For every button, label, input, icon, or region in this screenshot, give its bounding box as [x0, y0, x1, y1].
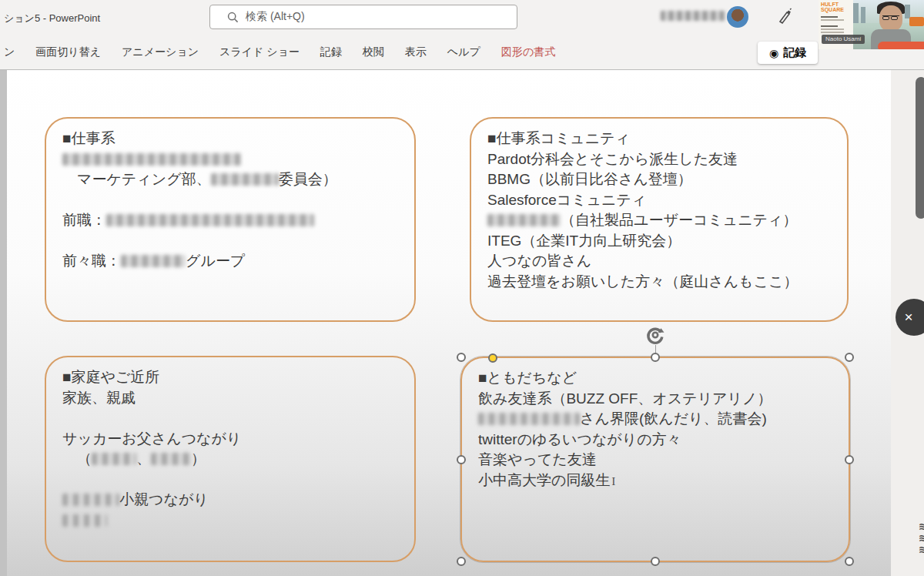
- resize-handle-top-center[interactable]: [651, 353, 660, 362]
- adjust-handle[interactable]: [488, 353, 497, 363]
- shape-text: ■仕事系コミュニティPardot分科会とそこから派生した友達BBMG（以前日比谷…: [471, 119, 847, 292]
- slide-text: グループ: [186, 253, 245, 269]
- ribbon-tab[interactable]: スライド ショー: [219, 45, 300, 59]
- ribbon-tab[interactable]: ヘルプ: [447, 45, 480, 59]
- shape-text: ■ともだちなど飲み友達系（BUZZ OFF、オステリアリノ）さん界隈(飲んだり、…: [462, 358, 849, 491]
- webcam-overlay[interactable]: HULFT SQUARE Naoto Usami: [819, 0, 924, 49]
- resize-handle-mid-right[interactable]: [845, 455, 854, 464]
- redacted-blur: [487, 214, 561, 226]
- ribbon-tab[interactable]: 校閲: [363, 45, 384, 59]
- slide-text: 過去登壇をお願いした方々（庭山さんもここ）: [487, 273, 798, 290]
- redacted-blur: [211, 173, 279, 186]
- resize-handle-top-left[interactable]: [457, 353, 466, 362]
- resize-handle-bottom-left[interactable]: [457, 557, 466, 566]
- shape-family-neighborhood[interactable]: ■家庭やご近所家族、親戚サッカーお父さんつながり （、）小親つながり: [45, 356, 416, 562]
- redacted-blur: [121, 255, 186, 267]
- redacted-blur: [62, 514, 107, 527]
- resize-handle-mid-left[interactable]: [457, 455, 466, 464]
- slide-text: 前々職：: [62, 253, 121, 269]
- search-placeholder: 検索 (Alt+Q): [246, 10, 305, 24]
- webcam-name-label: Naoto Usami: [822, 35, 865, 44]
- slide-text: ■仕事系: [62, 130, 115, 146]
- slide-text: BBMG（以前日比谷さん登壇）: [487, 171, 692, 187]
- search-icon: [227, 12, 239, 23]
- user-name-redacted: [661, 11, 725, 21]
- resize-handle-bottom-center[interactable]: [651, 557, 660, 566]
- redacted-blur: [478, 413, 580, 425]
- record-button[interactable]: ◉ 記録: [758, 42, 818, 64]
- shape-work-community[interactable]: ■仕事系コミュニティPardot分科会とそこから派生した友達BBMG（以前日比谷…: [470, 117, 849, 322]
- slide-text: 小中高大学の同級生: [478, 472, 610, 488]
- bus-shape: [909, 17, 924, 26]
- record-icon: ◉: [769, 47, 778, 59]
- text-cursor: I: [611, 476, 615, 487]
- slide-text: Pardot分科会とそこから派生した友達: [487, 151, 738, 167]
- slide-text: サッカーお父さんつながり: [62, 430, 241, 447]
- left-edge-strip: [0, 70, 7, 576]
- shape-text: ■家庭やご近所家族、親戚サッカーお父さんつながり （、）小親つながり: [46, 357, 414, 531]
- user-avatar[interactable]: [727, 6, 748, 28]
- slide-text: 飲み友達系（BUZZ OFF、オステリアリノ）: [478, 390, 772, 407]
- slide-text: マーケティング部、: [62, 171, 211, 187]
- ribbon-tab[interactable]: 図形の書式: [501, 45, 555, 59]
- ribbon-tab[interactable]: 画面切り替え: [35, 45, 101, 59]
- redacted-blur: [62, 494, 119, 506]
- rotate-handle-icon[interactable]: [644, 324, 666, 346]
- shape-text: ■仕事系 マーケティング部、委員会）前職：前々職：グループ: [46, 119, 414, 272]
- search-box[interactable]: 検索 (Alt+Q): [209, 5, 517, 29]
- redacted-blur: [62, 153, 241, 166]
- slide-text: ）: [191, 450, 206, 467]
- app-title: ション5 - PowerPoint: [4, 12, 100, 25]
- powerpoint-window: ション5 - PowerPoint 検索 (Alt+Q) ン画面切り替えアニメー…: [0, 0, 924, 576]
- ribbon-tab-row: ン画面切り替えアニメーションスライド ショー記録校閲表示ヘルプ図形の書式 ◉ 記…: [0, 35, 924, 70]
- slide-text: twitterのゆるいつながりの方々: [478, 431, 681, 447]
- building-shape: [852, 3, 859, 23]
- redacted-blur: [151, 453, 191, 465]
- shape-work[interactable]: ■仕事系 マーケティング部、委員会）前職：前々職：グループ: [45, 117, 416, 322]
- slide-text: ■仕事系コミュニティ: [487, 130, 630, 146]
- shape-friends-selected[interactable]: ■ともだちなど飲み友達系（BUZZ OFF、オステリアリノ）さん界隈(飲んだり、…: [460, 357, 850, 562]
- webcam-banner: [878, 42, 924, 49]
- ribbon-tab[interactable]: アニメーション: [122, 45, 199, 59]
- slide-text: ■ともだちなど: [478, 370, 577, 386]
- slide-text: 前職：: [62, 212, 106, 228]
- slide-text: 音楽やってた友達: [478, 451, 597, 467]
- slide-text: 委員会）: [279, 171, 337, 187]
- ribbon-tab[interactable]: 表示: [405, 45, 427, 59]
- poster-title: HULFT SQUARE: [821, 2, 844, 12]
- building-shape: [861, 7, 865, 23]
- slide-area: ≋≋≋ × ■仕事系 マーケティング部、委員会）前職：前々職：グループ ■仕事系…: [0, 70, 924, 576]
- vertical-scrollbar[interactable]: [916, 77, 924, 219]
- laser-pen-icon[interactable]: [775, 7, 794, 25]
- slide-text: 家族、親戚: [62, 390, 136, 406]
- building-shape: [905, 5, 910, 18]
- glasses: [882, 15, 899, 20]
- redacted-blur: [92, 453, 136, 465]
- slide-text: 人つなの皆さん: [487, 253, 591, 269]
- resize-handle-top-right[interactable]: [845, 353, 854, 362]
- resize-handle-bottom-right[interactable]: [845, 557, 854, 566]
- close-icon: ×: [904, 309, 912, 326]
- slide-text: （自社製品ユーザーコミュニティ）: [561, 212, 798, 228]
- slide-text: ITEG（企業IT力向上研究会）: [487, 233, 681, 249]
- slide-text: さん界隈(飲んだり、読書会): [580, 410, 767, 427]
- ribbon-tab[interactable]: 記録: [320, 45, 342, 59]
- slide-text: 小親つながり: [119, 491, 209, 507]
- slide-text: Salesforceコミュニティ: [487, 192, 646, 208]
- slide-text: ■家庭やご近所: [62, 369, 159, 385]
- titlebar: ション5 - PowerPoint 検索 (Alt+Q): [0, 0, 924, 35]
- redacted-blur: [106, 214, 314, 226]
- slide-text: 、: [136, 450, 151, 467]
- cut-off-edge-icons: ≋≋≋: [919, 521, 924, 574]
- slide-text: （: [62, 450, 92, 467]
- ribbon-tab[interactable]: ン: [4, 45, 15, 59]
- record-button-label: 記録: [783, 45, 806, 60]
